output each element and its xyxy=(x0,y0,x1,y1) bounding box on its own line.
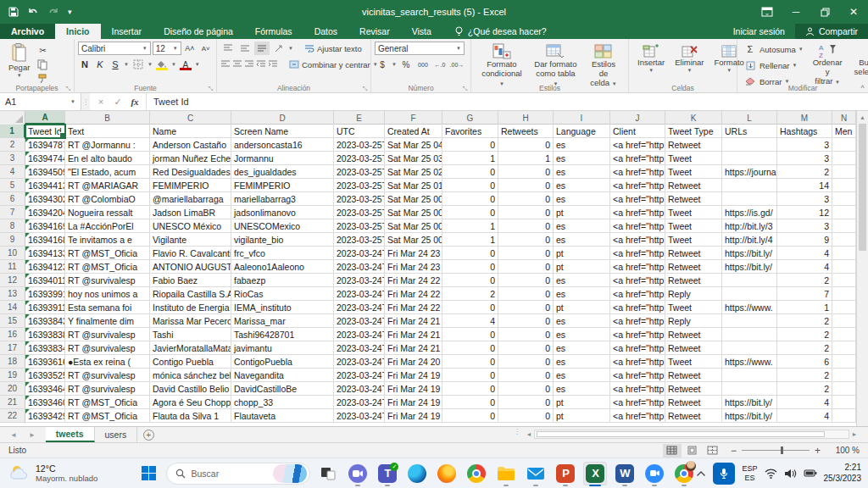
cell-K14[interactable]: Tweet xyxy=(665,301,722,314)
cell-E19[interactable]: 2023-03-24T1 xyxy=(334,369,385,382)
undo-icon[interactable] xyxy=(27,7,39,17)
cell-H5[interactable]: 0 xyxy=(498,179,554,192)
cell-D7[interactable]: jadsonlimanovo xyxy=(231,206,334,219)
name-box[interactable]: A1▼ xyxy=(0,93,81,110)
number-format-combo[interactable]: General▼ xyxy=(375,42,465,55)
row-header-4[interactable]: 4 xyxy=(0,165,25,179)
cell-F11[interactable]: Fri Mar 24 23 xyxy=(385,260,442,274)
cell-M13[interactable]: 7 xyxy=(777,287,832,301)
task-view-button[interactable] xyxy=(316,462,340,485)
column-header-K[interactable]: K xyxy=(665,111,722,125)
cell-E10[interactable]: 2023-03-24T2 xyxy=(334,247,385,260)
cell-H12[interactable]: 0 xyxy=(498,274,554,287)
cell-K21[interactable]: Retweet xyxy=(665,396,722,409)
cell-G15[interactable]: 4 xyxy=(442,314,498,328)
normal-view-icon[interactable] xyxy=(663,444,682,458)
chrome-button[interactable] xyxy=(465,462,488,485)
currency-icon[interactable]: $ xyxy=(375,58,390,71)
cell-D6[interactable]: mariellabarrag3 xyxy=(231,192,334,206)
formula-input[interactable]: Tweet Id xyxy=(147,93,868,110)
cell-M9[interactable]: 9 xyxy=(777,233,832,247)
align-center-icon[interactable] xyxy=(232,58,242,71)
cell-I11[interactable]: pt xyxy=(554,260,610,274)
cell-L10[interactable]: https://bit.ly/ xyxy=(722,247,777,260)
close-button[interactable]: ✕ xyxy=(839,0,868,24)
cell-A5[interactable]: 16394413459 xyxy=(25,179,65,192)
cell-C11[interactable]: ANTONIO AUGUSTO xyxy=(150,260,231,274)
battery-icon[interactable] xyxy=(804,469,817,478)
cell-I8[interactable]: es xyxy=(554,219,610,233)
row-header-3[interactable]: 3 xyxy=(0,152,25,165)
cell-H22[interactable]: 0 xyxy=(498,409,554,423)
align-left-icon[interactable] xyxy=(220,58,231,71)
select-all-corner[interactable] xyxy=(0,111,25,125)
ribbon-tab-inicio[interactable]: Inicio xyxy=(55,24,100,39)
row-header-5[interactable]: 5 xyxy=(0,179,25,192)
ribbon-tab-archivo[interactable]: Archivo xyxy=(0,24,55,39)
cell-E15[interactable]: 2023-03-24T2 xyxy=(334,314,385,328)
cell-F21[interactable]: Fri Mar 24 19 xyxy=(385,396,442,409)
underline-button[interactable]: S xyxy=(108,58,122,71)
column-header-B[interactable]: B xyxy=(65,111,150,125)
zoom-percentage[interactable]: 100 % xyxy=(829,446,860,455)
cell-I6[interactable]: es xyxy=(554,192,610,206)
column-header-A[interactable]: A xyxy=(25,111,65,125)
ribbon-tab-datos[interactable]: Datos xyxy=(303,24,348,39)
fill-color-caret[interactable]: ▼ xyxy=(171,62,176,67)
cell-A19[interactable]: 16393525797 xyxy=(25,369,65,382)
cell-E12[interactable]: 2023-03-24T2 xyxy=(334,274,385,287)
cell-D4[interactable]: des_igualdades xyxy=(231,165,334,179)
cell-I22[interactable]: pt xyxy=(554,409,610,423)
row-header-14[interactable]: 14 xyxy=(0,301,25,314)
row-header-2[interactable]: 2 xyxy=(0,138,25,152)
search-highlight-image[interactable] xyxy=(273,464,307,483)
cell-L22[interactable]: https://bit.ly/ xyxy=(722,409,777,423)
increase-decimal-icon[interactable]: ←.0 xyxy=(432,58,448,71)
cell-H11[interactable]: 0 xyxy=(498,260,554,274)
shrink-font-icon[interactable]: A˅ xyxy=(198,42,213,55)
cell-H2[interactable]: 0 xyxy=(498,138,554,152)
cell-D20[interactable]: DavidCastilloBe xyxy=(231,382,334,396)
cell-N12[interactable] xyxy=(832,274,856,287)
cell-G14[interactable]: 0 xyxy=(442,301,498,314)
file-explorer-button[interactable] xyxy=(494,462,518,485)
cell-N21[interactable] xyxy=(832,396,856,409)
align-right-icon[interactable] xyxy=(244,58,254,71)
cell-C20[interactable]: David Castillo Belio xyxy=(150,382,231,396)
cell-F1[interactable]: Created At xyxy=(385,125,442,138)
cell-N7[interactable] xyxy=(832,206,856,219)
cell-I9[interactable]: es xyxy=(554,233,610,247)
column-header-D[interactable]: D xyxy=(231,111,334,125)
cell-A22[interactable]: 16393429697 xyxy=(25,409,65,423)
cell-M21[interactable]: 4 xyxy=(777,396,832,409)
cell-J18[interactable]: <a href="http xyxy=(610,355,665,369)
cell-B7[interactable]: Nogueira ressalt xyxy=(65,206,150,219)
cell-K18[interactable]: Tweet xyxy=(665,355,722,369)
grow-font-icon[interactable]: A˄ xyxy=(183,42,198,55)
currency-caret[interactable]: ▼ xyxy=(392,62,397,67)
cell-A15[interactable]: 16393843941 xyxy=(25,314,65,328)
cell-M7[interactable]: 12 xyxy=(777,206,832,219)
cell-N11[interactable] xyxy=(832,260,856,274)
cell-D17[interactable]: javimantu xyxy=(231,341,334,355)
cell-M18[interactable]: 6 xyxy=(777,355,832,369)
cell-G4[interactable]: 0 xyxy=(442,165,498,179)
cell-F12[interactable]: Fri Mar 24 22 xyxy=(385,274,442,287)
cell-H3[interactable]: 1 xyxy=(498,152,554,165)
cell-J12[interactable]: <a href="http xyxy=(610,274,665,287)
cell-A13[interactable]: 16393991269 xyxy=(25,287,65,301)
cell-F20[interactable]: Fri Mar 24 19 xyxy=(385,382,442,396)
cell-C1[interactable]: Name xyxy=(150,125,231,138)
cell-G10[interactable]: 0 xyxy=(442,247,498,260)
cell-G9[interactable]: 1 xyxy=(442,233,498,247)
cell-A21[interactable]: 16393460197 xyxy=(25,396,65,409)
cell-A11[interactable]: 16394123229 xyxy=(25,260,65,274)
page-break-view-icon[interactable] xyxy=(704,444,722,458)
cell-B10[interactable]: RT @MST_Oficia xyxy=(65,247,150,260)
cell-J4[interactable]: <a href="http xyxy=(610,165,665,179)
row-header-19[interactable]: 19 xyxy=(0,369,25,382)
horizontal-scroll-thumb[interactable] xyxy=(537,431,825,437)
cell-G22[interactable]: 0 xyxy=(442,409,498,423)
cell-M4[interactable]: 2 xyxy=(777,165,832,179)
wrap-text-button[interactable]: Ajustar texto xyxy=(302,43,364,54)
